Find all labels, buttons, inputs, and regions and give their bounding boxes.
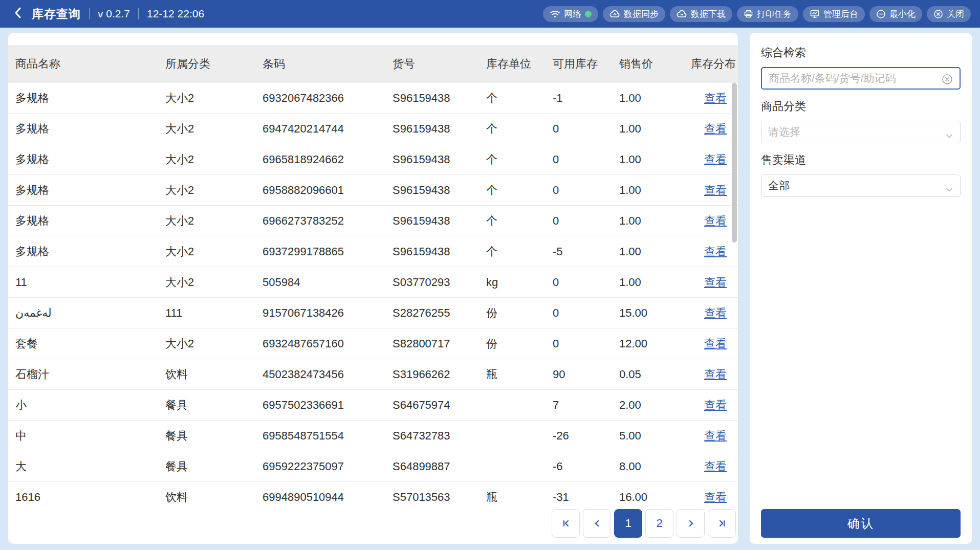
- table-row: 多规格 大小2 6965818924662 S96159438 个 0 1.00…: [8, 144, 738, 175]
- cell-unit: 个: [486, 91, 553, 106]
- filter-sidebar: 综合检索 商品分类 请选择 售卖渠道 全部 确认: [750, 33, 972, 544]
- view-stock-link[interactable]: 查看: [704, 276, 727, 289]
- cell-stock-distribution: 查看: [686, 183, 738, 198]
- cell-barcode: 6932487657160: [263, 337, 393, 350]
- view-stock-link[interactable]: 查看: [704, 429, 727, 442]
- print-tasks-label: 打印任务: [757, 8, 792, 20]
- network-status-dot: [585, 11, 592, 17]
- cell-unit: 瓶: [486, 490, 553, 505]
- column-header-stock-distribution: 库存分布: [686, 56, 738, 72]
- cell-category: 大小2: [165, 183, 263, 198]
- column-header-item-no: 货号: [393, 56, 486, 72]
- search-section-label: 综合检索: [761, 45, 961, 60]
- cell-stock-distribution: 查看: [686, 275, 738, 290]
- view-stock-link[interactable]: 查看: [704, 399, 727, 411]
- column-header-barcode: 条码: [263, 56, 393, 72]
- cell-product-name: 1616: [15, 491, 165, 504]
- column-header-unit: 库存单位: [486, 56, 553, 72]
- column-header-category: 所属分类: [165, 56, 263, 72]
- first-page-icon: [561, 518, 571, 529]
- view-stock-link[interactable]: 查看: [704, 368, 727, 381]
- view-stock-link[interactable]: 查看: [704, 153, 727, 166]
- next-page-button[interactable]: [677, 509, 705, 538]
- table-row: 套餐 大小2 6932487657160 S82800717 份 0 12.00…: [8, 328, 738, 359]
- print-tasks-button[interactable]: 打印任务: [737, 6, 798, 22]
- cell-available-stock: 0: [553, 184, 619, 197]
- category-select[interactable]: 请选择: [761, 121, 961, 143]
- network-button[interactable]: 网络: [543, 6, 598, 22]
- view-stock-link[interactable]: 查看: [704, 460, 727, 473]
- cell-item-no: S64899887: [393, 460, 486, 473]
- confirm-button[interactable]: 确认: [761, 509, 961, 538]
- page-title: 库存查询: [32, 6, 81, 22]
- first-page-button[interactable]: [552, 509, 580, 538]
- cell-item-no: S57013563: [393, 491, 486, 504]
- data-download-button[interactable]: 数据下载: [670, 6, 732, 22]
- cell-available-stock: -31: [553, 491, 619, 504]
- cell-price: 15.00: [619, 306, 686, 320]
- back-button[interactable]: [12, 4, 24, 24]
- cell-item-no: S96159438: [393, 214, 486, 228]
- cell-category: 大小2: [165, 152, 263, 167]
- divider: [89, 8, 90, 19]
- cell-stock-distribution: 查看: [686, 428, 738, 444]
- cell-stock-distribution: 查看: [686, 367, 738, 382]
- table-row: 大 餐具 6959222375097 S64899887 -6 8.00 查看: [8, 451, 738, 482]
- minimize-button[interactable]: 最小化: [869, 6, 922, 22]
- cell-barcode: 6958548751554: [263, 429, 393, 443]
- cell-available-stock: 0: [553, 153, 619, 166]
- view-stock-link[interactable]: 查看: [704, 245, 727, 258]
- cell-category: 大小2: [165, 121, 263, 137]
- table-row: 多规格 大小2 6958882096601 S96159438 个 0 1.00…: [8, 175, 738, 206]
- view-stock-link[interactable]: 查看: [704, 184, 727, 196]
- cell-category: 大小2: [165, 213, 263, 229]
- view-stock-link[interactable]: 查看: [704, 306, 727, 319]
- cell-stock-distribution: 查看: [686, 121, 738, 137]
- column-header-product-name: 商品名称: [15, 56, 165, 72]
- close-button[interactable]: 关闭: [927, 6, 971, 22]
- search-input[interactable]: [762, 68, 960, 89]
- cell-barcode: 6957502336691: [263, 399, 393, 412]
- monitor-icon: [810, 9, 820, 18]
- cell-unit: kg: [486, 276, 553, 289]
- cell-barcode: 4502382473456: [263, 368, 393, 381]
- cell-available-stock: 90: [553, 368, 619, 381]
- cell-unit: 瓶: [486, 367, 553, 382]
- close-label: 关闭: [947, 8, 964, 20]
- view-stock-link[interactable]: 查看: [704, 122, 727, 135]
- cell-product-name: 多规格: [15, 121, 165, 137]
- cell-barcode: 6965818924662: [263, 153, 393, 166]
- cell-product-name: 套餐: [15, 336, 165, 351]
- admin-console-button[interactable]: 管理后台: [803, 6, 865, 22]
- view-stock-link[interactable]: 查看: [704, 214, 727, 227]
- cell-product-name: لەغمەن: [15, 306, 165, 320]
- view-stock-link[interactable]: 查看: [704, 92, 727, 104]
- back-chevron-icon: [13, 6, 23, 21]
- cell-category: 餐具: [165, 459, 263, 474]
- cell-price: 1.00: [619, 276, 686, 289]
- prev-page-button[interactable]: [583, 509, 611, 538]
- clear-search-icon[interactable]: [941, 73, 953, 87]
- table-row: لەغمەن 111 9157067138426 S28276255 份 0 1…: [8, 298, 738, 328]
- cell-stock-distribution: 查看: [686, 305, 738, 321]
- cell-price: 1.00: [619, 122, 686, 136]
- table-row: 小 餐具 6957502336691 S64675974 7 2.00 查看: [8, 390, 738, 421]
- data-sync-button[interactable]: 数据同步: [603, 6, 665, 22]
- cell-price: 5.00: [619, 429, 686, 443]
- cell-product-name: 11: [15, 276, 165, 289]
- cell-category: 餐具: [165, 398, 263, 413]
- data-download-label: 数据下载: [691, 8, 726, 20]
- view-stock-link[interactable]: 查看: [704, 337, 727, 350]
- page-1-button[interactable]: 1: [614, 509, 642, 538]
- last-page-button[interactable]: [708, 509, 736, 538]
- table-row: 石榴汁 饮料 4502382473456 S31966262 瓶 90 0.05…: [8, 359, 738, 390]
- cloud-download-icon: [677, 10, 687, 18]
- table-row: 多规格 大小2 6947420214744 S96159438 个 0 1.00…: [8, 114, 738, 144]
- cell-available-stock: -26: [553, 429, 619, 443]
- channel-select[interactable]: 全部: [761, 174, 961, 197]
- page-2-button[interactable]: 2: [645, 509, 673, 538]
- minimize-label: 最小化: [889, 8, 916, 20]
- network-label: 网络: [564, 8, 581, 20]
- table-scrollbar-thumb[interactable]: [732, 83, 737, 243]
- view-stock-link[interactable]: 查看: [704, 491, 727, 503]
